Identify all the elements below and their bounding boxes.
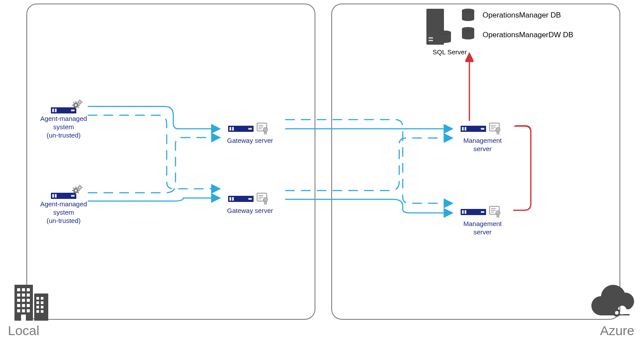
db1-label: OperationsManager DB	[483, 11, 561, 20]
svg-rect-50	[21, 315, 26, 321]
svg-rect-36	[22, 288, 25, 291]
local-region	[26, 4, 315, 320]
svg-rect-45	[22, 304, 25, 307]
svg-rect-39	[22, 293, 25, 297]
svg-rect-35	[17, 288, 20, 291]
mgmt2-label: Management server	[452, 220, 513, 237]
svg-rect-38	[17, 293, 20, 297]
sql-label: SQL Server	[423, 48, 476, 57]
gateway1-label: Gateway server	[219, 137, 281, 145]
agent1-label: Agent-managed system (un-trusted)	[35, 115, 92, 139]
svg-rect-42	[22, 299, 25, 302]
svg-rect-61	[620, 311, 631, 314]
local-label: Local	[8, 323, 39, 338]
svg-rect-41	[17, 299, 20, 302]
svg-rect-48	[22, 309, 25, 312]
gateway2-label: Gateway server	[219, 207, 281, 215]
svg-rect-47	[17, 309, 20, 312]
db2-label: OperationsManagerDW DB	[483, 31, 573, 39]
svg-rect-44	[17, 304, 20, 307]
agent2-label: Agent-managed system (un-trusted)	[35, 200, 92, 225]
mgmt1-label: Management server	[452, 137, 513, 153]
azure-label: Azure	[600, 323, 634, 338]
